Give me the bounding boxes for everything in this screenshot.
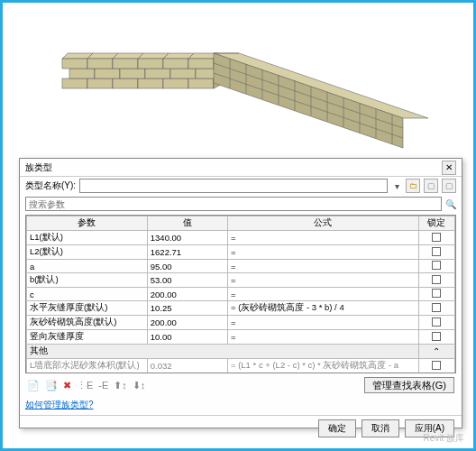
table-row[interactable]: 灰砂砖砌筑高度(默认)200.00=: [27, 316, 455, 330]
section-label: 其他: [27, 345, 419, 359]
cell-formula[interactable]: =: [227, 260, 418, 273]
type-name-label: 类型名称(Y):: [25, 179, 76, 192]
cell-lock[interactable]: [418, 273, 454, 288]
cell-lock[interactable]: [418, 301, 454, 316]
cell-param[interactable]: a: [27, 260, 148, 273]
grid-header: 参数 值 公式 锁定: [27, 216, 455, 231]
cell-param[interactable]: 水平灰缝厚度(默认): [27, 301, 148, 316]
move-down-icon[interactable]: -E: [98, 380, 108, 391]
table-row[interactable]: 水平灰缝厚度(默认)10.25= (灰砂砖砌筑高度 - 3 * b) / 4: [27, 301, 455, 316]
family-types-dialog: 族类型 ✕ 类型名称(Y): ▾ 🗀 ▢ ▢ 🔍 参数 值 公式 锁定 L1(默…: [19, 158, 462, 428]
search-input[interactable]: [25, 197, 442, 211]
cell-formula[interactable]: = (L1 * c + (L2 - c) * c) * 灰砂砖砌筑高度 - a: [227, 359, 418, 373]
table-row[interactable]: c200.00=: [27, 288, 455, 301]
cell-param[interactable]: b(默认): [27, 273, 148, 288]
col-value: 值: [147, 216, 227, 231]
cell-lock[interactable]: [418, 330, 454, 345]
cell-formula[interactable]: =: [227, 245, 418, 260]
parameter-grid[interactable]: 参数 值 公式 锁定 L1(默认)1340.00=L2(默认)1622.71=a…: [25, 215, 456, 373]
sort-asc-icon[interactable]: ⬆↕: [114, 380, 127, 391]
cell-lock[interactable]: [418, 288, 454, 301]
table-row[interactable]: L1(默认)1340.00=: [27, 231, 455, 245]
delete-param-icon[interactable]: ✖: [63, 380, 71, 391]
folder-icon[interactable]: 🗀: [406, 179, 420, 193]
cell-formula[interactable]: =: [227, 316, 418, 330]
lock-checkbox[interactable]: [432, 247, 441, 256]
cell-value[interactable]: 1622.71: [147, 245, 227, 260]
type-name-dropdown[interactable]: [79, 179, 388, 193]
help-link[interactable]: 如何管理族类型?: [25, 397, 94, 413]
table-row[interactable]: L墙底部水泥砂浆体积(默认)0.032= (L1 * c + (L2 - c) …: [27, 359, 455, 373]
model-canvas: [3, 3, 473, 161]
table-row[interactable]: 竖向灰缝厚度10.00=: [27, 330, 455, 345]
dialog-footer: 确定 取消 应用(A): [20, 415, 462, 443]
cell-lock[interactable]: [418, 316, 454, 330]
lock-checkbox[interactable]: [432, 289, 441, 298]
dialog-titlebar[interactable]: 族类型 ✕: [20, 159, 462, 177]
apply-button[interactable]: 应用(A): [405, 419, 454, 437]
cell-value[interactable]: 53.00: [147, 273, 227, 288]
col-formula: 公式: [227, 216, 418, 231]
section-collapse-icon[interactable]: ⌃: [418, 345, 454, 359]
section-row-other[interactable]: 其他⌃: [27, 345, 455, 359]
cell-param[interactable]: 竖向灰缝厚度: [27, 330, 148, 345]
new-type-icon[interactable]: ▢: [424, 179, 438, 193]
cell-value[interactable]: 200.00: [147, 288, 227, 301]
search-icon: 🔍: [445, 199, 456, 209]
table-row[interactable]: b(默认)53.00=: [27, 273, 455, 288]
cell-param[interactable]: c: [27, 288, 148, 301]
cell-formula[interactable]: = (灰砂砖砌筑高度 - 3 * b) / 4: [227, 301, 418, 316]
col-lock: 锁定: [418, 216, 454, 231]
cell-formula[interactable]: =: [227, 231, 418, 245]
lock-checkbox[interactable]: [432, 275, 441, 284]
lock-checkbox[interactable]: [432, 361, 441, 370]
cell-lock[interactable]: [418, 260, 454, 273]
cell-formula[interactable]: =: [227, 330, 418, 345]
svg-line-1: [214, 63, 403, 128]
cell-lock[interactable]: [418, 231, 454, 245]
lock-checkbox[interactable]: [432, 332, 441, 341]
table-row[interactable]: L2(默认)1622.71=: [27, 245, 455, 260]
lock-checkbox[interactable]: [432, 233, 441, 242]
col-param: 参数: [27, 216, 148, 231]
wall-3d: [44, 15, 432, 149]
cell-lock[interactable]: [418, 359, 454, 373]
cell-value[interactable]: 95.00: [147, 260, 227, 273]
cell-param[interactable]: L2(默认): [27, 245, 148, 260]
lock-checkbox[interactable]: [432, 261, 441, 270]
cell-value[interactable]: 1340.00: [147, 231, 227, 245]
chevron-down-icon[interactable]: ▾: [391, 181, 402, 191]
close-icon[interactable]: ✕: [442, 161, 456, 175]
cell-value[interactable]: 10.25: [147, 301, 227, 316]
manage-lookup-button[interactable]: 管理查找表格(G): [364, 377, 454, 393]
cell-formula[interactable]: =: [227, 273, 418, 288]
sort-desc-icon[interactable]: ⬇↕: [133, 380, 146, 391]
cell-param[interactable]: L墙底部水泥砂浆体积(默认): [27, 359, 148, 373]
cell-value[interactable]: 200.00: [147, 316, 227, 330]
cell-param[interactable]: 灰砂砖砌筑高度(默认): [27, 316, 148, 330]
cell-formula[interactable]: =: [227, 288, 418, 301]
param-toolbar: 📄 📑 ✖ ⋮E -E ⬆↕ ⬇↕ 管理查找表格(G): [20, 373, 462, 397]
add-param-icon[interactable]: 📄: [27, 380, 40, 391]
cancel-button[interactable]: 取消: [362, 419, 399, 437]
cell-value[interactable]: 10.00: [147, 330, 227, 345]
add-shared-icon[interactable]: 📑: [45, 380, 58, 391]
cell-param[interactable]: L1(默认): [27, 231, 148, 245]
lock-checkbox[interactable]: [432, 318, 441, 327]
lock-checkbox[interactable]: [432, 303, 441, 312]
move-up-icon[interactable]: ⋮E: [77, 380, 93, 391]
dialog-title: 族类型: [25, 161, 52, 174]
ok-button[interactable]: 确定: [318, 419, 356, 437]
rename-type-icon[interactable]: ▢: [442, 179, 456, 193]
cell-value[interactable]: 0.032: [147, 359, 227, 373]
cell-lock[interactable]: [418, 245, 454, 260]
table-row[interactable]: a95.00=: [27, 260, 455, 273]
